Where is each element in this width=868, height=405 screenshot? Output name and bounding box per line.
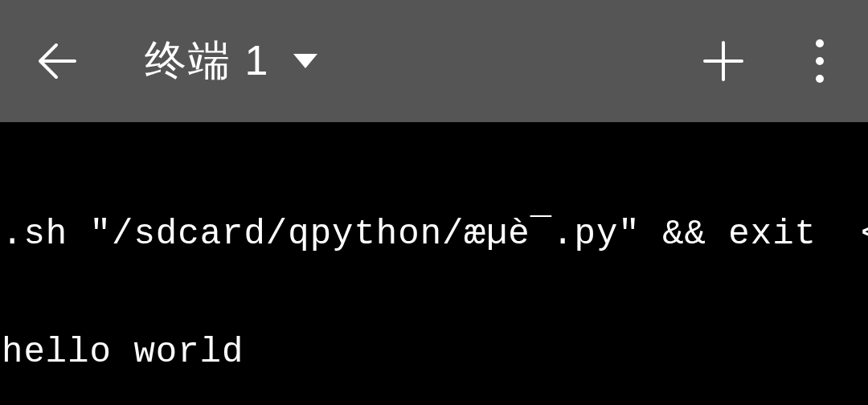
chevron-down-icon bbox=[293, 54, 317, 68]
plus-icon bbox=[702, 40, 744, 82]
dot-icon bbox=[816, 57, 824, 65]
dot-icon bbox=[816, 39, 824, 47]
add-terminal-button[interactable] bbox=[691, 29, 755, 93]
terminal-selector[interactable]: 终端 1 bbox=[145, 33, 317, 89]
back-arrow-icon bbox=[36, 41, 76, 81]
terminal-line: .sh "/sdcard/qpython/æµè¯.py" && exit < … bbox=[2, 215, 866, 254]
terminal-line: hello world bbox=[2, 333, 866, 372]
more-options-button[interactable] bbox=[796, 29, 844, 93]
terminal-output[interactable]: .sh "/sdcard/qpython/æµè¯.py" && exit < … bbox=[0, 122, 868, 405]
terminal-title: 终端 1 bbox=[145, 33, 269, 89]
back-button[interactable] bbox=[24, 29, 88, 93]
toolbar: 终端 1 bbox=[0, 0, 868, 122]
dot-icon bbox=[816, 75, 824, 83]
